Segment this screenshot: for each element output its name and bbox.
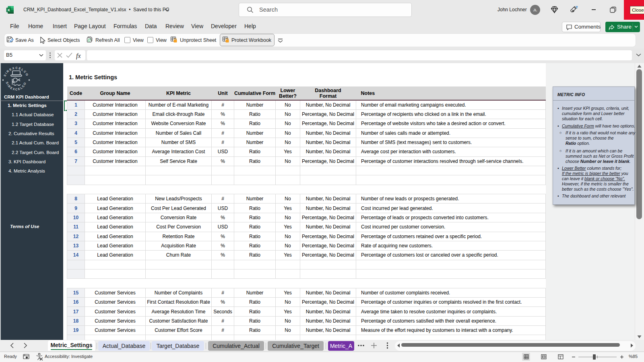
svg-text:fx: fx xyxy=(76,52,81,60)
svg-text:X: X xyxy=(7,8,10,12)
